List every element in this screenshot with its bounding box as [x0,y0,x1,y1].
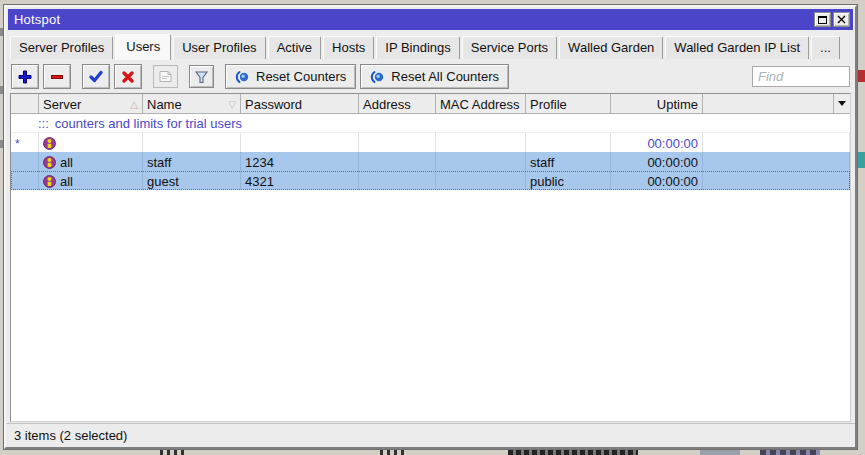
column-header-server[interactable]: Server △ [39,94,143,113]
hotspot-user-icon [43,156,56,169]
tab-users[interactable]: Users [115,34,171,60]
column-header-address[interactable]: Address [359,94,436,113]
column-header-profile[interactable]: Profile [526,94,611,113]
status-bar: 3 items (2 selected) [6,423,855,447]
remove-icon [50,70,64,84]
reset-all-counters-button[interactable]: Reset All Counters [360,64,509,89]
comment-row[interactable]: ::: counters and limits for trial users [11,114,850,133]
table-row-staff[interactable]: all staff 1234 staff 00:00:00 [11,152,850,171]
uptime-value: 00:00:00 [647,174,698,189]
column-chooser-button[interactable] [833,94,850,113]
add-icon [18,70,32,84]
sort-ascending-icon: △ [130,100,138,110]
background-fragment [380,449,406,455]
toolbar: Reset Counters Reset All Counters [6,59,855,93]
comment-marker: ::: [38,116,49,131]
reset-all-counters-label: Reset All Counters [391,69,499,84]
reset-counters-icon [235,70,250,84]
uptime-value: 00:00:00 [647,155,698,170]
table-row-guest[interactable]: all guest 4321 public 00:00:00 [11,171,850,190]
tab-active[interactable]: Active [268,36,321,59]
tab-walled-garden[interactable]: Walled Garden [559,36,663,59]
comment-icon [158,70,173,83]
column-header-flags[interactable] [11,94,39,113]
reset-counters-label: Reset Counters [256,69,346,84]
tab-bar: Server Profiles Users User Profiles Acti… [6,30,855,59]
enable-check-icon [89,70,103,83]
disable-button[interactable] [114,64,142,89]
reset-all-counters-icon [370,70,385,84]
tab-user-profiles[interactable]: User Profiles [173,36,265,59]
filter-button[interactable] [189,65,214,88]
close-icon [837,15,846,24]
remove-button[interactable] [43,64,71,89]
hotspot-window: Hotspot Server Profiles Users User Profi… [4,5,857,449]
add-button[interactable] [11,64,39,89]
column-header-extra [703,94,850,113]
tab-server-profiles[interactable]: Server Profiles [10,36,113,59]
tab-service-ports[interactable]: Service Ports [462,36,557,59]
tab-hosts[interactable]: Hosts [323,36,374,59]
background-fragment [160,449,186,455]
filter-funnel-icon [194,70,209,84]
column-header-password[interactable]: Password [241,94,359,113]
column-header-mac-address[interactable]: MAC Address [436,94,526,113]
users-table: Server △ Name ▽ Password Address MAC Add… [10,93,851,422]
chevron-down-icon [838,101,846,106]
column-header-name[interactable]: Name ▽ [143,94,241,113]
filter-column-icon: ▽ [228,100,236,110]
tab-walled-garden-ip-list[interactable]: Walled Garden IP List [665,36,809,59]
table-header-row: Server △ Name ▽ Password Address MAC Add… [11,94,850,114]
background-fragment [508,449,638,455]
tab-overflow[interactable]: ... [811,36,840,59]
tab-ip-bindings[interactable]: IP Bindings [376,36,460,59]
comment-button[interactable] [153,65,178,88]
background-fragment [760,448,820,455]
comment-text: counters and limits for trial users [55,116,242,131]
maximize-button[interactable] [814,12,831,27]
enable-button[interactable] [82,64,110,89]
titlebar[interactable]: Hotspot [8,9,853,30]
uptime-value: 00:00:00 [647,136,698,151]
disable-cross-icon [121,70,135,84]
reset-counters-button[interactable]: Reset Counters [225,64,356,89]
background-fragment [700,448,740,455]
default-flag: * [15,135,20,151]
background-fragment [858,152,865,168]
hotspot-user-icon [43,175,56,188]
table-empty-area[interactable] [11,190,850,421]
status-text: 3 items (2 selected) [14,428,127,443]
maximize-icon [818,16,827,24]
window-title: Hotspot [14,12,812,27]
column-header-uptime[interactable]: Uptime [611,94,703,113]
background-fragment [858,70,865,82]
close-button[interactable] [833,12,850,27]
find-input[interactable] [752,66,850,87]
hotspot-user-icon [43,137,56,150]
table-row-trial-default[interactable]: * 00:00:00 [11,133,850,152]
